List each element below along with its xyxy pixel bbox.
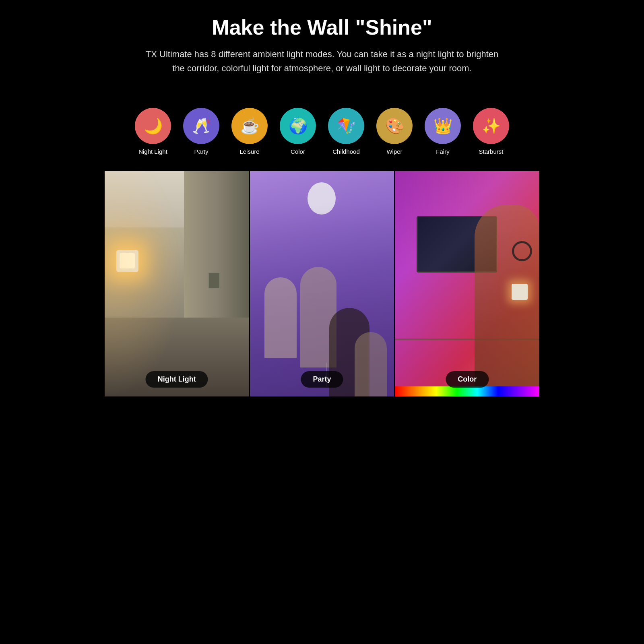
mode-starburst[interactable]: ✨ Starburst xyxy=(469,108,513,155)
mode-night-light[interactable]: 🌙 Night Light xyxy=(131,108,175,155)
mode-wiper[interactable]: 🎨 Wiper xyxy=(372,108,417,155)
fairy-label: Fairy xyxy=(436,148,449,155)
leisure-label: Leisure xyxy=(239,148,259,155)
leisure-icon: ☕ xyxy=(231,108,268,144)
night-light-label: Night Light xyxy=(138,148,167,155)
starburst-label: Starburst xyxy=(479,148,504,155)
party-photo-label: Party xyxy=(301,371,343,388)
childhood-label: Childhood xyxy=(332,148,360,155)
gaming-device xyxy=(512,284,528,300)
mode-fairy[interactable]: 👑 Fairy xyxy=(421,108,465,155)
party-person-1 xyxy=(264,277,297,358)
mode-party[interactable]: 🥂 Party xyxy=(179,108,223,155)
rainbow-strip xyxy=(395,386,539,396)
main-title: Make the Wall "Shine" xyxy=(129,16,515,39)
party-icon: 🥂 xyxy=(183,108,219,144)
childhood-icon: 🪁 xyxy=(328,108,364,144)
party-photo: Party xyxy=(250,171,394,396)
header-section: Make the Wall "Shine" TX Ultimate has 8 … xyxy=(105,0,539,100)
party-scene xyxy=(250,171,394,396)
nl-art xyxy=(208,272,220,289)
party-people xyxy=(250,205,394,396)
color-icon: 🌍 xyxy=(280,108,316,144)
color-label: Color xyxy=(291,148,305,155)
night-light-icon: 🌙 xyxy=(135,108,171,144)
party-person-4 xyxy=(355,332,387,396)
wiper-icon: 🎨 xyxy=(376,108,413,144)
mode-color[interactable]: 🌍 Color xyxy=(276,108,320,155)
gaming-person xyxy=(475,205,539,396)
subtitle: TX Ultimate has 8 different ambient ligh… xyxy=(145,47,499,75)
mode-childhood[interactable]: 🪁 Childhood xyxy=(324,108,368,155)
night-light-photo-label: Night Light xyxy=(146,371,208,388)
color-photo: Color xyxy=(395,171,539,396)
gaming-headphones xyxy=(512,241,532,261)
color-photo-label: Color xyxy=(446,371,489,388)
wiper-label: Wiper xyxy=(386,148,402,155)
photos-grid: Night Light Party xyxy=(105,171,539,396)
modes-row: 🌙 Night Light 🥂 Party ☕ Leisure 🌍 Color … xyxy=(105,100,539,171)
nl-glow xyxy=(105,171,184,396)
night-light-scene xyxy=(105,171,249,396)
party-label: Party xyxy=(194,148,208,155)
fairy-icon: 👑 xyxy=(425,108,461,144)
night-light-photo: Night Light xyxy=(105,171,249,396)
starburst-icon: ✨ xyxy=(473,108,509,144)
gaming-scene xyxy=(395,171,539,396)
mode-leisure[interactable]: ☕ Leisure xyxy=(227,108,272,155)
